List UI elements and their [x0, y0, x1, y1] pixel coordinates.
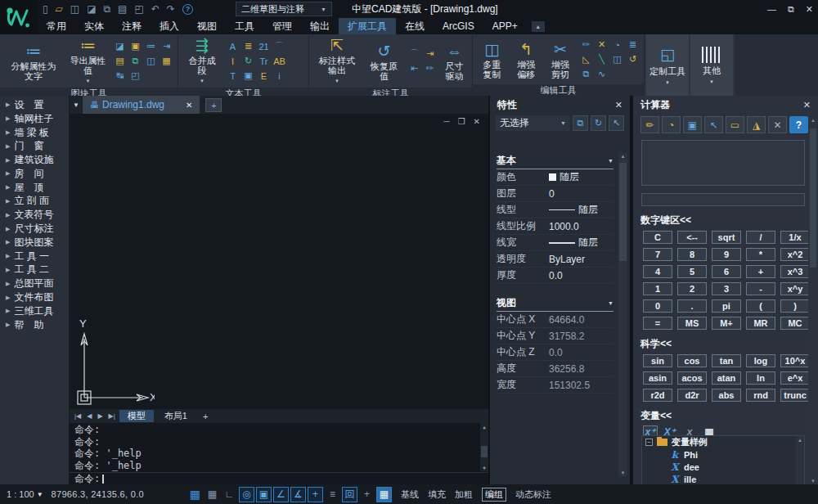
sidebar-item[interactable]: ▶ 帮 助 — [0, 318, 69, 332]
document-tab-drawing1[interactable]: 🖶 Drawing1.dwg ✕ — [83, 96, 200, 114]
polar-track-toggle[interactable]: ∠ — [273, 487, 289, 502]
print-icon[interactable]: ▤ — [118, 0, 127, 18]
tab-charu[interactable]: 插入 — [151, 18, 188, 34]
close-properties-icon[interactable]: ✕ — [615, 100, 622, 110]
block-tool-icon[interactable]: ▤ — [113, 54, 127, 68]
calc-sci-key[interactable]: rnd — [746, 389, 775, 402]
bold-toggle[interactable]: 加粗 — [455, 488, 473, 501]
drawing-canvas[interactable]: ─ ❐ ✕ Y X — [70, 114, 488, 409]
get-coordinates-icon[interactable]: ↖ — [704, 116, 723, 133]
prop-row-center-x[interactable]: 中心点 X 64664.0 — [497, 312, 614, 328]
block-tool-icon[interactable]: ▦ — [160, 54, 173, 68]
sidebar-item[interactable]: ▶ 立 剖 面 — [0, 195, 69, 209]
tab-shiti[interactable]: 实体 — [75, 18, 113, 34]
tab-arcgis[interactable]: ArcGIS — [434, 18, 483, 34]
edit-tool-icon[interactable]: ∿ — [595, 67, 609, 81]
text-tool-icon[interactable]: Tr — [257, 54, 271, 68]
sidebar-item[interactable]: ▶ 房 间 — [0, 167, 69, 181]
ortho-mode-toggle[interactable]: ∟ — [222, 487, 237, 502]
calc-key[interactable]: 3 — [712, 282, 741, 295]
numpad-section-label[interactable]: 数字键区<< — [640, 214, 818, 227]
close-button[interactable]: ✕ — [806, 4, 813, 15]
help-icon[interactable]: ? — [789, 116, 808, 133]
block-tool-icon[interactable]: ◫ — [144, 54, 158, 68]
sidebar-item[interactable]: ▶ 工 具 一 — [0, 250, 69, 263]
open-folder-icon[interactable]: ▱ — [56, 0, 63, 18]
clear-icon[interactable]: ✏ — [640, 116, 659, 133]
select-objects-icon[interactable]: ↻ — [591, 115, 606, 131]
sidebar-item[interactable]: ▶ 屋 顶 — [0, 181, 69, 195]
quick-select-icon[interactable]: ⧉ — [573, 115, 588, 131]
paste-value-icon[interactable]: ▣ — [683, 116, 702, 133]
sidebar-item[interactable]: ▶ 总图平面 — [0, 277, 69, 290]
prop-row-center-y[interactable]: 中心点 Y 31758.2 — [497, 328, 614, 344]
calc-key[interactable]: * — [746, 248, 775, 261]
layout1-tab[interactable]: 布局1 — [156, 410, 196, 422]
properties-scrollbar[interactable]: ▲ ▼ — [618, 153, 627, 476]
command-scrollbar[interactable]: ▲ ▼ — [480, 423, 488, 471]
block-tool-icon[interactable]: ⇥ — [160, 39, 173, 53]
scroll-up-icon[interactable]: ▲ — [480, 424, 488, 430]
calc-key[interactable]: pi — [712, 299, 741, 313]
merge-paragraph-button[interactable]: ⇶ 合并成段 ▼ — [182, 35, 222, 87]
preview-icon[interactable]: ◰ — [134, 0, 143, 18]
prop-row-lineweight[interactable]: 线宽 随层 — [497, 235, 614, 251]
new-tab-button[interactable]: + — [205, 98, 222, 112]
minimize-button[interactable]: — — [767, 4, 776, 14]
sidebar-item[interactable]: ▶ 文件布图 — [0, 290, 69, 304]
calc-sci-key[interactable]: cos — [677, 354, 707, 367]
prop-row-ltscale[interactable]: 线型比例 1000.0 — [497, 218, 614, 235]
save-as-icon[interactable]: ◪ — [87, 0, 96, 18]
calc-sci-key[interactable]: r2d — [643, 389, 672, 402]
scroll-down-icon[interactable]: ▼ — [808, 479, 818, 484]
sidebar-item[interactable]: ▶ 文表符号 — [0, 208, 69, 222]
block-tool-icon[interactable]: ◪ — [113, 39, 127, 53]
calc-key[interactable]: MC — [780, 317, 810, 330]
dim-style-export-button[interactable]: ⇱ 标注样式输出 ▼ — [313, 35, 361, 87]
command-input[interactable]: 命令: — [70, 472, 488, 484]
sidebar-item[interactable]: ▶ 工 具 二 — [0, 263, 69, 277]
dyn-ucs-toggle[interactable]: ▦ — [376, 487, 392, 502]
export-attr-values-button[interactable]: ≔ 导出属性值 ▼ — [67, 35, 109, 87]
calc-key[interactable]: ) — [780, 299, 810, 313]
calc-key[interactable]: + — [746, 265, 775, 278]
text-tool-icon[interactable]: AB — [272, 54, 286, 68]
tab-app-plus[interactable]: APP+ — [483, 18, 527, 34]
edit-tool-icon[interactable]: ◺ — [579, 52, 593, 66]
sidebar-item[interactable]: ▶ 三维工具 — [0, 304, 69, 318]
tab-changyong[interactable]: 常用 — [38, 18, 75, 34]
prop-row-width[interactable]: 宽度 151302.5 — [497, 377, 614, 394]
explode-attr-to-text-button[interactable]: ≔ 分解属性为文字 — [4, 41, 63, 82]
block-tool-icon[interactable]: ↹ — [113, 69, 127, 83]
calc-sci-key[interactable]: acos — [677, 371, 707, 385]
calc-key[interactable]: 2 — [677, 282, 707, 295]
text-tool-icon[interactable]: ↻ — [241, 54, 255, 68]
calc-sci-key[interactable]: atan — [712, 371, 741, 385]
text-tool-icon[interactable]: ⌒ — [272, 39, 286, 53]
section-basic[interactable]: 基本 ▼ — [497, 153, 614, 169]
snap-track-toggle[interactable]: ∡ — [290, 487, 306, 502]
calc-key[interactable]: C — [643, 231, 672, 244]
tab-zhushi[interactable]: 注释 — [113, 18, 151, 34]
save-icon[interactable]: ◫ — [70, 0, 79, 18]
dim-tool-icon[interactable]: ✏ — [423, 61, 437, 75]
scroll-thumb[interactable] — [810, 128, 816, 268]
calc-sci-key[interactable]: 10^x — [780, 354, 810, 367]
calc-key[interactable]: MS — [677, 317, 707, 330]
help-icon[interactable]: ? — [182, 4, 193, 15]
dim-drive-button[interactable]: ⇔ 尺寸驱动 — [441, 41, 468, 82]
app-logo-icon[interactable] — [0, 0, 38, 34]
first-layout-icon[interactable]: |◀ — [73, 412, 83, 420]
sidebar-item[interactable]: ▶ 门 窗 — [0, 139, 69, 153]
multi-copy-button[interactable]: ◫ 多重复制 — [477, 39, 507, 80]
calc-key[interactable]: ( — [746, 299, 775, 313]
measure-distance-icon[interactable]: ▭ — [726, 116, 744, 133]
prop-row-height[interactable]: 高度 36256.8 — [497, 361, 614, 377]
text-tool-icon[interactable]: I — [226, 54, 240, 68]
text-tool-icon[interactable]: 21 — [257, 39, 271, 53]
collapse-node-icon[interactable]: − — [645, 439, 653, 446]
tab-guanli[interactable]: 管理 — [263, 18, 301, 34]
sidebar-item[interactable]: ▶ 墙 梁 板 — [0, 126, 69, 140]
workspace-selector[interactable]: 二维草图与注释 ▼ — [236, 2, 332, 16]
selection-cycling-toggle[interactable]: 回 — [342, 487, 357, 502]
